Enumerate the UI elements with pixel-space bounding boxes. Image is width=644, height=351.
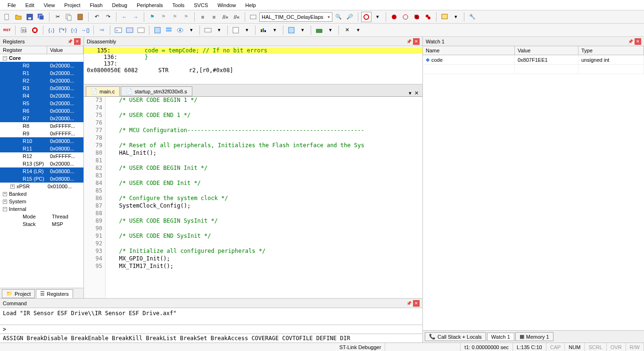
disasm-line[interactable]: 0x0800050E 6082 STR r2,[r0,#0x08] <box>84 67 422 74</box>
analysis-window-icon[interactable] <box>231 25 241 35</box>
code-line[interactable] <box>112 157 422 165</box>
tab-callstack[interactable]: 📞 Call Stack + Locals <box>425 332 486 341</box>
menu-help[interactable]: Help <box>240 1 261 9</box>
reg-row-r7[interactable]: R70x20000... <box>0 115 83 122</box>
tab-menu-icon[interactable]: ▾ <box>409 90 412 96</box>
code-line[interactable]: MX_GPIO_Init(); <box>112 255 422 263</box>
reg-row-r5[interactable]: R50x20000... <box>0 100 83 107</box>
col-value[interactable]: Value <box>515 46 578 55</box>
reg-group-system[interactable]: +System <box>0 198 83 205</box>
code-line[interactable]: HAL_Init(); <box>112 150 422 157</box>
memory-window-icon[interactable]: ▾ <box>186 25 197 35</box>
editor-tab[interactable]: 📄startup_stm32f030x8.s <box>121 86 192 96</box>
cut-icon[interactable]: ✂ <box>52 12 63 22</box>
dropdown-icon[interactable]: ▾ <box>214 25 224 35</box>
reg-row-r6[interactable]: R60x00000... <box>0 107 83 115</box>
undo-icon[interactable]: ↶ <box>91 12 102 22</box>
code-lines[interactable]: /* USER CODE BEGIN 1 */ /* USER CODE END… <box>106 97 422 298</box>
close-icon[interactable]: ✕ <box>74 38 81 45</box>
stop-icon[interactable] <box>30 25 40 35</box>
open-icon[interactable] <box>13 12 24 22</box>
code-line[interactable]: SystemClock_Config(); <box>112 202 422 210</box>
registers-tree[interactable]: −CoreR00x20000...R10x20000...R20x20000..… <box>0 54 83 288</box>
dropdown-icon[interactable]: ▾ <box>297 25 308 35</box>
menu-peripherals[interactable]: Peripherals <box>132 1 168 9</box>
nav-back-icon[interactable]: ← <box>119 12 130 22</box>
watch-row[interactable]: ◆code0x807F1EE1unsigned int <box>423 55 644 65</box>
uncomment-icon[interactable]: //« <box>231 12 242 22</box>
editor-tab[interactable]: 📄main.c <box>86 86 120 96</box>
bookmark-icon[interactable]: ⚑ <box>147 12 157 22</box>
run-to-cursor-icon[interactable]: →{} <box>80 25 91 35</box>
save-all-icon[interactable] <box>36 12 46 22</box>
bookmark-next-icon[interactable]: ⚑ <box>170 12 180 22</box>
reg-group-internal[interactable]: −Internal <box>0 205 83 213</box>
step-in-icon[interactable]: {↓} <box>46 25 57 35</box>
reg-row-r10[interactable]: R100x08000... <box>0 137 83 145</box>
find-icon[interactable] <box>248 12 258 22</box>
code-line[interactable]: MX_TIM17_Init(); <box>112 263 422 270</box>
breakpoint-insert-icon[interactable] <box>389 12 399 22</box>
code-line[interactable]: /* Initialize all configured peripherals… <box>112 248 422 255</box>
editor-body[interactable]: 7374757677787980818283848586878889909192… <box>84 97 422 298</box>
comment-icon[interactable]: //» <box>220 12 231 22</box>
code-line[interactable] <box>112 172 422 180</box>
menu-view[interactable]: View <box>39 1 60 9</box>
reg-row-r12[interactable]: R120xFFFFF... <box>0 152 83 160</box>
system-viewer-icon[interactable] <box>286 25 297 35</box>
run-icon[interactable]: EL <box>18 25 29 35</box>
menu-edit[interactable]: Edit <box>21 1 39 9</box>
code-line[interactable]: /* USER CODE BEGIN 1 */ <box>112 97 422 104</box>
redo-icon[interactable]: ↷ <box>103 12 113 22</box>
code-line[interactable] <box>112 119 422 127</box>
code-line[interactable]: /* USER CODE BEGIN Init */ <box>112 165 422 172</box>
reg-row-r13sp[interactable]: R13 (SP)0x20000... <box>0 160 83 167</box>
step-out-icon[interactable]: {↑} <box>69 25 79 35</box>
paste-icon[interactable] <box>75 12 85 22</box>
code-line[interactable] <box>112 210 422 217</box>
dropdown-icon[interactable]: ▾ <box>270 25 280 35</box>
reg-row-r15pc[interactable]: R15 (PC)0x08000... <box>0 175 83 183</box>
reg-row-r1[interactable]: R10x20000... <box>0 69 83 77</box>
reg-group-banked[interactable]: +Banked <box>0 190 83 198</box>
breakpoint-kill-icon[interactable] <box>412 12 422 22</box>
command-window-icon[interactable]: > <box>113 25 124 35</box>
reg-xpsr[interactable]: +xPSR0x01000... <box>0 183 83 190</box>
menu-flash[interactable]: Flash <box>85 1 107 9</box>
code-line[interactable] <box>112 240 422 248</box>
reg-row-r11[interactable]: R110x08000... <box>0 145 83 152</box>
col-name[interactable]: Name <box>423 46 515 55</box>
incremental-find-icon[interactable]: 🔎 <box>345 12 355 22</box>
watch-rows[interactable]: ◆code0x807F1EE1unsigned int <box>423 55 644 298</box>
code-line[interactable] <box>112 187 422 195</box>
toolbox-icon[interactable] <box>314 25 324 35</box>
dropdown-icon[interactable]: ▾ <box>353 25 363 35</box>
registers-window-icon[interactable] <box>152 25 163 35</box>
watch-row[interactable] <box>423 65 644 74</box>
dropdown-icon[interactable]: ▾ <box>242 25 252 35</box>
code-line[interactable] <box>112 225 422 233</box>
disasm-line[interactable]: 136: } <box>84 54 422 60</box>
code-line[interactable]: /* Configure the system clock */ <box>112 195 422 202</box>
tab-watch1[interactable]: Watch 1 <box>487 333 514 341</box>
pin-icon[interactable]: 📌 <box>66 38 73 45</box>
menu-file[interactable]: File <box>3 1 21 9</box>
dropdown-icon[interactable]: ▾ <box>451 12 461 22</box>
breakpoint-disable-icon[interactable] <box>400 12 411 22</box>
disassembly-body[interactable]: 135: code = tempCode; // If no bit error… <box>84 46 422 84</box>
bookmark-clear-icon[interactable]: ⚑ <box>181 12 191 22</box>
col-register[interactable]: Register <box>0 46 47 54</box>
disasm-line[interactable]: 135: code = tempCode; // If no bit error… <box>84 47 422 54</box>
new-file-icon[interactable] <box>2 12 12 22</box>
outdent-icon[interactable]: ≡ <box>209 12 219 22</box>
nav-fwd-icon[interactable]: → <box>131 12 141 22</box>
window-icon[interactable] <box>439 12 450 22</box>
col-value[interactable]: Value <box>47 46 83 54</box>
reg-row-r2[interactable]: R20x20000... <box>0 77 83 84</box>
indent-icon[interactable]: ≡ <box>198 12 208 22</box>
menu-window[interactable]: Window <box>213 1 240 9</box>
debug-session-icon[interactable] <box>361 12 372 22</box>
reg-internal-mode[interactable]: ModeThread <box>0 213 83 220</box>
close-icon[interactable]: ✕ <box>635 38 641 45</box>
disassembly-window-icon[interactable] <box>124 25 135 35</box>
